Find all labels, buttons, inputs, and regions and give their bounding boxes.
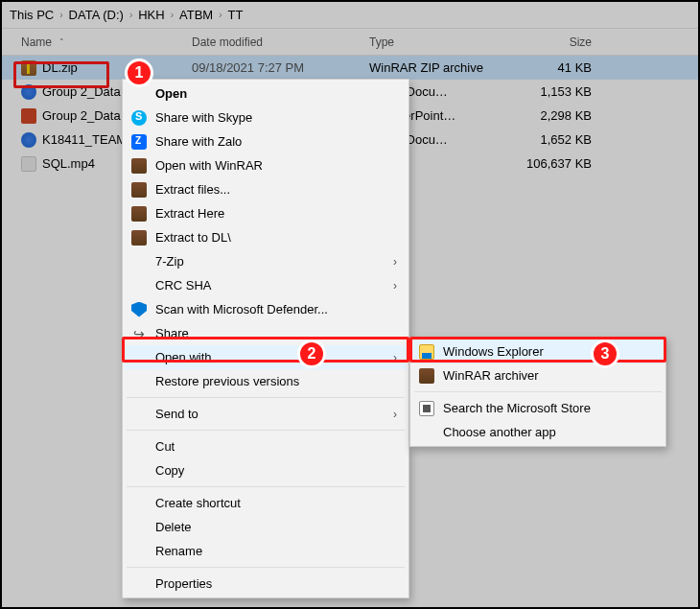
file-name: Group 2_Data… — [42, 108, 133, 123]
menu-open-with[interactable]: Open with› — [125, 345, 407, 369]
file-size: 1,153 KB — [501, 84, 611, 99]
html-file-icon — [21, 132, 36, 148]
menu-label: Open with WinRAR — [155, 158, 263, 173]
shield-icon — [131, 302, 147, 317]
submenu-winrar-archiver[interactable]: WinRAR archiver — [412, 363, 664, 387]
menu-label: Windows Explorer — [443, 344, 544, 359]
menu-scan-defender[interactable]: Scan with Microsoft Defender... — [125, 297, 407, 321]
chevron-right-icon: › — [393, 279, 397, 293]
file-name: SQL.mp4 — [42, 156, 95, 171]
menu-extract-files[interactable]: Extract files... — [125, 177, 407, 201]
menu-label: WinRAR archiver — [443, 368, 539, 383]
chevron-right-icon: › — [126, 10, 136, 20]
winrar-icon — [419, 368, 434, 384]
file-date: 09/18/2021 7:27 PM — [184, 60, 362, 75]
file-size: 1,652 KB — [501, 132, 611, 147]
menu-label: 7-Zip — [155, 254, 184, 269]
winrar-icon — [131, 182, 147, 198]
menu-separator — [127, 567, 405, 568]
menu-label: Share with Skype — [155, 110, 252, 125]
menu-copy[interactable]: Copy — [125, 458, 407, 482]
chevron-right-icon: › — [56, 10, 66, 20]
chevron-right-icon: › — [167, 10, 177, 20]
explorer-icon — [419, 344, 434, 360]
breadcrumb-part[interactable]: TT — [228, 8, 244, 22]
breadcrumb-part[interactable]: DATA (D:) — [69, 8, 124, 22]
file-size: 2,298 KB — [501, 108, 611, 123]
menu-extract-here[interactable]: Extract Here — [125, 201, 407, 225]
menu-cut[interactable]: Cut — [125, 434, 407, 458]
menu-label: Extract to DL\ — [155, 230, 231, 245]
menu-separator — [414, 391, 662, 392]
submenu-choose-another[interactable]: Choose another app — [412, 420, 664, 444]
share-icon: ↪ — [130, 325, 148, 342]
open-with-submenu: Windows Explorer WinRAR archiver Search … — [409, 337, 666, 447]
menu-restore-previous[interactable]: Restore previous versions — [125, 369, 407, 393]
menu-crc-sha[interactable]: CRC SHA› — [125, 273, 407, 297]
menu-label: Restore previous versions — [155, 374, 299, 388]
ppt-file-icon — [21, 108, 36, 124]
column-name[interactable]: Name ˄ — [2, 35, 184, 49]
menu-extract-to[interactable]: Extract to DL\ — [125, 225, 407, 249]
menu-share-zalo[interactable]: Share with Zalo — [125, 129, 407, 153]
menu-label: Open with — [155, 350, 212, 364]
column-name-label: Name — [21, 35, 52, 49]
menu-label: Extract files... — [155, 182, 230, 197]
submenu-windows-explorer[interactable]: Windows Explorer — [412, 340, 664, 363]
winrar-icon — [131, 206, 147, 222]
menu-open[interactable]: Open — [125, 82, 407, 105]
chevron-right-icon: › — [393, 351, 397, 364]
menu-separator — [127, 430, 405, 431]
menu-label: CRC SHA — [155, 278, 212, 293]
column-date[interactable]: Date modified — [184, 35, 362, 49]
context-menu: Open Share with Skype Share with Zalo Op… — [122, 79, 409, 598]
menu-open-winrar[interactable]: Open with WinRAR — [125, 153, 407, 177]
winrar-icon — [131, 158, 147, 174]
video-file-icon — [21, 156, 36, 172]
menu-7zip[interactable]: 7-Zip› — [125, 249, 407, 273]
file-size: 41 KB — [501, 60, 611, 75]
winrar-icon — [131, 230, 147, 246]
menu-rename[interactable]: Rename — [125, 539, 407, 563]
file-name: DL.zip — [42, 60, 78, 75]
breadcrumb-part[interactable]: HKH — [138, 8, 164, 22]
menu-label: Create shortcut — [155, 496, 241, 510]
menu-label: Rename — [155, 544, 202, 558]
column-type[interactable]: Type — [362, 35, 501, 49]
submenu-search-store[interactable]: Search the Microsoft Store — [412, 396, 664, 420]
html-file-icon — [21, 84, 36, 100]
file-type: WinRAR ZIP archive — [362, 60, 501, 75]
menu-properties[interactable]: Properties — [125, 572, 407, 596]
zalo-icon — [131, 134, 147, 150]
menu-share-skype[interactable]: Share with Skype — [125, 105, 407, 129]
menu-share[interactable]: ↪Share — [125, 321, 407, 345]
file-row[interactable]: DL.zip 09/18/2021 7:27 PM WinRAR ZIP arc… — [2, 56, 698, 80]
menu-separator — [127, 486, 405, 487]
menu-send-to[interactable]: Send to› — [125, 402, 407, 426]
menu-label: Extract Here — [155, 206, 224, 221]
menu-label: Cut — [155, 439, 175, 454]
menu-label: Properties — [155, 576, 212, 591]
menu-create-shortcut[interactable]: Create shortcut — [125, 491, 407, 515]
menu-label: Share with Zalo — [155, 134, 242, 149]
column-size[interactable]: Size — [501, 35, 611, 49]
menu-label: Open — [155, 86, 187, 101]
menu-delete[interactable]: Delete — [125, 515, 407, 539]
menu-label: Share — [155, 326, 189, 340]
menu-label: Copy — [155, 463, 184, 478]
menu-label: Search the Microsoft Store — [443, 401, 591, 415]
breadcrumb[interactable]: This PC› DATA (D:)› HKH› ATBM› TT — [2, 2, 698, 29]
store-icon — [419, 401, 434, 416]
menu-separator — [127, 397, 405, 398]
chevron-right-icon: › — [393, 255, 397, 269]
menu-label: Choose another app — [443, 425, 556, 439]
breadcrumb-part[interactable]: This PC — [10, 8, 54, 22]
menu-label: Send to — [155, 407, 198, 421]
menu-label: Delete — [155, 520, 192, 534]
file-size: 106,637 KB — [501, 156, 611, 171]
column-headers[interactable]: Name ˄ Date modified Type Size — [2, 29, 698, 56]
zip-file-icon — [21, 60, 36, 76]
chevron-right-icon: › — [215, 10, 225, 20]
sort-indicator-icon: ˄ — [59, 37, 64, 47]
breadcrumb-part[interactable]: ATBM — [179, 8, 213, 22]
